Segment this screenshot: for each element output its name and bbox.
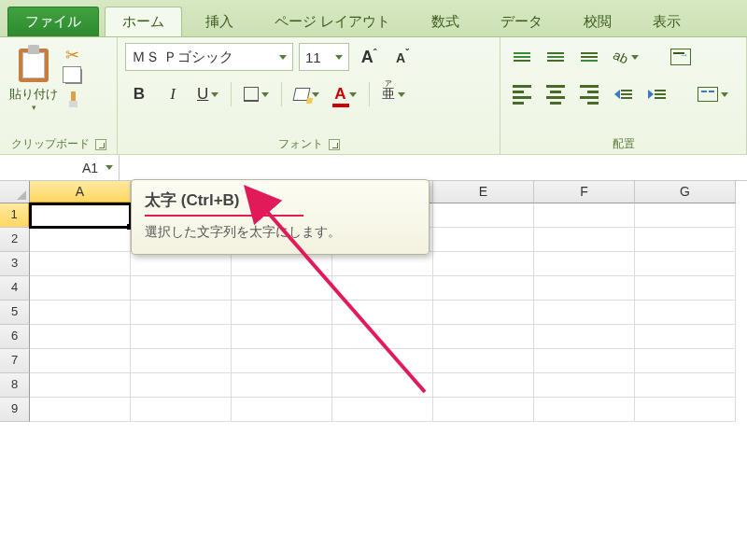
- font-size-combo[interactable]: 11: [299, 43, 349, 71]
- cell[interactable]: [131, 252, 232, 276]
- cell[interactable]: [635, 203, 736, 228]
- row-header[interactable]: 8: [0, 373, 30, 398]
- tab-formulas[interactable]: 数式: [414, 7, 477, 36]
- merge-center-button[interactable]: [693, 80, 733, 108]
- cell[interactable]: [30, 398, 131, 422]
- cell[interactable]: [433, 325, 534, 349]
- cell[interactable]: [635, 252, 736, 276]
- font-name-combo[interactable]: ＭＳ Ｐゴシック: [125, 43, 293, 71]
- row-header[interactable]: 7: [0, 349, 30, 373]
- cell[interactable]: [332, 398, 433, 422]
- cell[interactable]: [433, 252, 534, 276]
- cell[interactable]: [30, 301, 131, 325]
- cell[interactable]: [131, 276, 232, 301]
- fill-color-button[interactable]: [289, 80, 324, 108]
- row-header[interactable]: 4: [0, 276, 30, 301]
- cell[interactable]: [534, 349, 635, 373]
- column-header[interactable]: F: [534, 181, 635, 203]
- orientation-button[interactable]: ab: [609, 43, 643, 71]
- column-header[interactable]: E: [433, 181, 534, 203]
- cell[interactable]: [332, 373, 433, 398]
- cell[interactable]: [30, 373, 131, 398]
- cell[interactable]: [534, 276, 635, 301]
- shrink-font-button[interactable]: Aˇ: [388, 43, 416, 71]
- cell[interactable]: [30, 276, 131, 301]
- cell[interactable]: [332, 301, 433, 325]
- cell[interactable]: [232, 398, 332, 422]
- column-header[interactable]: G: [635, 181, 736, 203]
- underline-button[interactable]: U: [192, 80, 223, 108]
- cell[interactable]: [131, 301, 232, 325]
- cell[interactable]: [433, 373, 534, 398]
- cell[interactable]: [30, 325, 131, 349]
- increase-indent-button[interactable]: [642, 80, 670, 108]
- cell[interactable]: [131, 398, 232, 422]
- cell[interactable]: [332, 349, 433, 373]
- cell[interactable]: [30, 349, 131, 373]
- phonetic-guide-button[interactable]: 亜: [377, 80, 410, 108]
- cell[interactable]: [635, 228, 736, 252]
- align-middle-button[interactable]: [542, 43, 570, 71]
- align-top-button[interactable]: [508, 43, 536, 71]
- tab-file[interactable]: ファイル: [7, 7, 99, 36]
- cell[interactable]: [232, 349, 332, 373]
- cell[interactable]: [433, 398, 534, 422]
- row-header[interactable]: 6: [0, 325, 30, 349]
- italic-button[interactable]: I: [159, 80, 187, 108]
- borders-button[interactable]: [239, 80, 274, 108]
- cell[interactable]: [635, 398, 736, 422]
- cell[interactable]: [433, 228, 534, 252]
- cell[interactable]: [433, 276, 534, 301]
- tab-view[interactable]: 表示: [635, 7, 698, 36]
- align-left-button[interactable]: [508, 80, 536, 108]
- cell[interactable]: [433, 301, 534, 325]
- copy-button[interactable]: [65, 69, 86, 86]
- wrap-text-button[interactable]: [666, 43, 696, 71]
- cell[interactable]: [131, 349, 232, 373]
- font-color-button[interactable]: A: [330, 80, 360, 108]
- cell[interactable]: [232, 276, 332, 301]
- cell[interactable]: [30, 252, 131, 276]
- cell[interactable]: [332, 252, 433, 276]
- row-header[interactable]: 3: [0, 252, 30, 276]
- cell[interactable]: [332, 276, 433, 301]
- cell[interactable]: [332, 325, 433, 349]
- align-bottom-button[interactable]: [575, 43, 603, 71]
- font-dialog-launcher[interactable]: [329, 139, 340, 150]
- cell[interactable]: [131, 325, 232, 349]
- row-header[interactable]: 2: [0, 228, 30, 252]
- tab-review[interactable]: 校閲: [566, 7, 629, 36]
- cell[interactable]: [433, 349, 534, 373]
- cell[interactable]: [635, 349, 736, 373]
- cell[interactable]: [30, 228, 131, 252]
- cell[interactable]: [131, 373, 232, 398]
- cell[interactable]: [534, 325, 635, 349]
- tab-page-layout[interactable]: ページ レイアウト: [257, 7, 408, 36]
- format-painter-button[interactable]: [65, 91, 86, 108]
- cell[interactable]: [232, 325, 332, 349]
- tab-home[interactable]: ホーム: [105, 7, 182, 36]
- paste-dropdown-caret[interactable]: ▾: [7, 103, 60, 112]
- cell[interactable]: [30, 203, 131, 228]
- cell[interactable]: [534, 301, 635, 325]
- cell[interactable]: [534, 252, 635, 276]
- cell[interactable]: [635, 301, 736, 325]
- align-center-button[interactable]: [542, 80, 570, 108]
- cell[interactable]: [534, 228, 635, 252]
- select-all-corner[interactable]: [0, 181, 30, 203]
- cell[interactable]: [232, 373, 332, 398]
- name-box[interactable]: A1: [0, 155, 120, 180]
- cell[interactable]: [232, 301, 332, 325]
- row-header[interactable]: 5: [0, 301, 30, 325]
- cell[interactable]: [534, 398, 635, 422]
- clipboard-dialog-launcher[interactable]: [95, 139, 106, 150]
- cell[interactable]: [232, 252, 332, 276]
- decrease-indent-button[interactable]: [609, 80, 637, 108]
- row-header[interactable]: 9: [0, 398, 30, 422]
- cell[interactable]: [534, 373, 635, 398]
- cell[interactable]: [635, 276, 736, 301]
- bold-button[interactable]: B: [125, 80, 153, 108]
- tab-data[interactable]: データ: [483, 7, 560, 36]
- row-header[interactable]: 1: [0, 203, 30, 228]
- paste-button[interactable]: 貼り付け ▾: [7, 43, 60, 112]
